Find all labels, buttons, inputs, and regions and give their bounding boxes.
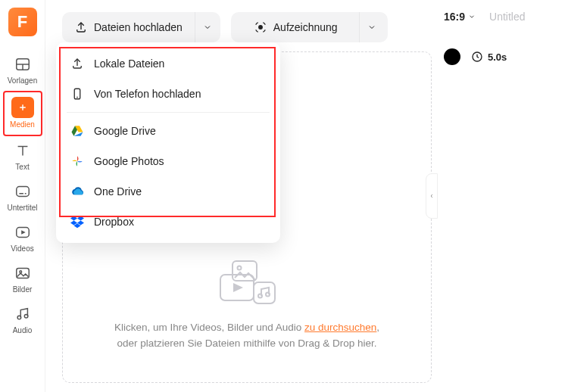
upload-button-group: Dateien hochladen bbox=[62, 12, 220, 42]
record-icon bbox=[254, 20, 267, 34]
chevron-down-icon bbox=[468, 13, 476, 20]
sidebar-item-label: Vorlagen bbox=[8, 76, 37, 85]
timeline-clip[interactable]: 5.0s bbox=[444, 48, 559, 65]
sidebar-item-label: Videos bbox=[11, 244, 33, 253]
upload-option-label: Lokale Dateien bbox=[94, 58, 164, 70]
upload-option-phone[interactable]: Von Telefon hochladen bbox=[56, 79, 280, 109]
app-logo: F bbox=[8, 8, 37, 36]
dropbox-icon bbox=[70, 214, 85, 229]
toolbar: Dateien hochladen Aufzeichnung bbox=[62, 12, 421, 42]
templates-icon bbox=[13, 54, 33, 74]
sidebar-item-text[interactable]: Text bbox=[3, 136, 42, 177]
svg-point-22 bbox=[258, 294, 262, 298]
sidebar-item-label: Audio bbox=[13, 326, 33, 334]
clip-duration-value: 5.0s bbox=[488, 51, 507, 63]
upload-option-gdrive[interactable]: Google Drive bbox=[56, 116, 280, 146]
record-dropdown-toggle[interactable] bbox=[359, 12, 385, 42]
record-button[interactable]: Aufzeichnung bbox=[234, 12, 359, 42]
sidebar-item-images[interactable]: Bilder bbox=[3, 259, 42, 300]
svg-rect-21 bbox=[254, 282, 275, 303]
upload-option-label: Google Photos bbox=[94, 155, 164, 167]
svg-point-14 bbox=[17, 316, 21, 319]
image-icon bbox=[13, 263, 33, 283]
svg-rect-12 bbox=[16, 269, 29, 278]
aspect-ratio-selector[interactable]: 16:9 bbox=[444, 11, 476, 23]
upload-option-dropbox[interactable]: Dropbox bbox=[56, 207, 280, 237]
folder-plus-icon bbox=[11, 97, 34, 118]
clip-thumbnail bbox=[444, 48, 460, 65]
upload-option-onedrive[interactable]: One Drive bbox=[56, 176, 280, 207]
svg-point-18 bbox=[238, 266, 242, 270]
upload-option-local[interactable]: Lokale Dateien bbox=[56, 48, 280, 79]
onedrive-icon bbox=[70, 184, 85, 199]
svg-point-16 bbox=[259, 26, 263, 30]
upload-option-label: Dropbox bbox=[94, 216, 134, 228]
record-button-label: Aufzeichnung bbox=[273, 21, 338, 33]
media-placeholder-icon bbox=[214, 260, 279, 308]
upload-icon bbox=[74, 20, 88, 34]
upload-option-gphotos[interactable]: Google Photos bbox=[56, 146, 280, 176]
right-panel: 16:9 Untitled 5.0s bbox=[433, 0, 568, 392]
svg-marker-30 bbox=[77, 216, 84, 221]
clock-icon bbox=[471, 51, 483, 63]
video-icon bbox=[13, 222, 33, 242]
aspect-ratio-label: 16:9 bbox=[444, 11, 465, 23]
upload-option-label: Google Drive bbox=[94, 125, 156, 137]
sidebar-item-audio[interactable]: Audio bbox=[3, 300, 42, 341]
clip-duration: 5.0s bbox=[471, 51, 507, 63]
main-panel: Dateien hochladen Aufzeichnung bbox=[45, 0, 433, 392]
svg-rect-7 bbox=[16, 187, 29, 197]
sidebar-item-videos[interactable]: Videos bbox=[3, 218, 42, 259]
collapse-right-panel[interactable] bbox=[426, 173, 438, 219]
project-title[interactable]: Untitled bbox=[489, 11, 525, 23]
svg-marker-11 bbox=[21, 230, 26, 235]
upload-dropdown: Lokale Dateien Von Telefon hochladen Goo… bbox=[56, 42, 280, 243]
sidebar: F Vorlagen Medien Text Untertitel Videos bbox=[0, 0, 45, 392]
browse-link[interactable]: zu durchsuchen bbox=[304, 322, 376, 333]
phone-icon bbox=[70, 86, 85, 101]
sidebar-item-subtitles[interactable]: Untertitel bbox=[3, 177, 42, 218]
text-icon bbox=[13, 141, 33, 160]
google-photos-icon bbox=[70, 154, 85, 169]
sidebar-item-label: Untertitel bbox=[7, 204, 37, 212]
sidebar-item-label: Medien bbox=[10, 120, 35, 129]
upload-option-label: Von Telefon hochladen bbox=[94, 88, 201, 100]
upload-icon bbox=[70, 56, 85, 71]
audio-icon bbox=[13, 304, 33, 324]
upload-button-label: Dateien hochladen bbox=[94, 21, 183, 33]
upload-button[interactable]: Dateien hochladen bbox=[62, 12, 195, 42]
subtitles-icon bbox=[13, 182, 33, 201]
sidebar-item-media[interactable]: Medien bbox=[3, 91, 42, 136]
dropzone-text: Klicken, um Ihre Videos, Bilder und Audi… bbox=[103, 320, 391, 352]
svg-marker-20 bbox=[233, 283, 243, 292]
upload-option-label: One Drive bbox=[94, 185, 142, 198]
sidebar-item-templates[interactable]: Vorlagen bbox=[3, 50, 42, 91]
record-button-group: Aufzeichnung bbox=[231, 12, 388, 42]
svg-point-23 bbox=[266, 293, 270, 297]
google-drive-icon bbox=[70, 123, 85, 138]
sidebar-item-label: Bilder bbox=[13, 285, 33, 294]
svg-point-15 bbox=[24, 314, 28, 318]
menu-separator bbox=[67, 112, 270, 113]
upload-dropdown-toggle[interactable] bbox=[195, 12, 220, 42]
sidebar-item-label: Text bbox=[15, 163, 29, 171]
svg-marker-29 bbox=[70, 216, 77, 221]
